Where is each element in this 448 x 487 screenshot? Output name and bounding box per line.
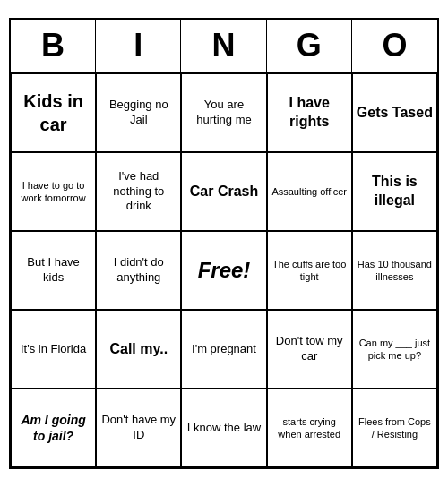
bingo-cell-5: I have to go to work tomorrow — [11, 152, 96, 231]
bingo-cell-18: Don't tow my car — [267, 310, 352, 389]
bingo-cell-10: But I have kids — [11, 231, 96, 310]
bingo-cell-15: It's in Florida — [11, 310, 96, 389]
bingo-cell-13: The cuffs are too tight — [267, 231, 352, 310]
bingo-grid: Kids in carBegging no JailYou are hurtin… — [11, 73, 437, 467]
bingo-cell-8: Assaulting officer — [267, 152, 352, 231]
bingo-cell-9: This is illegal — [352, 152, 437, 231]
bingo-cell-7: Car Crash — [181, 152, 266, 231]
bingo-cell-19: Can my ___ just pick me up? — [352, 310, 437, 389]
bingo-cell-16: Call my.. — [96, 310, 181, 389]
bingo-cell-23: starts crying when arrested — [267, 389, 352, 467]
bingo-cell-14: Has 10 thousand illnesses — [352, 231, 437, 310]
bingo-cell-21: Don't have my ID — [96, 389, 181, 467]
bingo-letter-O: O — [352, 20, 437, 72]
bingo-cell-12: Free! — [181, 231, 266, 310]
bingo-cell-3: I have rights — [267, 73, 352, 152]
bingo-letter-I: I — [96, 20, 181, 72]
bingo-cell-1: Begging no Jail — [96, 73, 181, 152]
bingo-cell-22: I know the law — [181, 389, 266, 467]
bingo-letter-B: B — [11, 20, 96, 72]
bingo-cell-17: I'm pregnant — [181, 310, 266, 389]
bingo-cell-2: You are hurting me — [181, 73, 266, 152]
bingo-card: BINGO Kids in carBegging no JailYou are … — [9, 18, 439, 469]
bingo-cell-0: Kids in car — [11, 73, 96, 152]
bingo-cell-4: Gets Tased — [352, 73, 437, 152]
bingo-letter-G: G — [267, 20, 352, 72]
bingo-cell-6: I've had nothing to drink — [96, 152, 181, 231]
bingo-cell-24: Flees from Cops / Resisting — [352, 389, 437, 467]
bingo-cell-11: I didn't do anything — [96, 231, 181, 310]
bingo-cell-20: Am I going to jail? — [11, 389, 96, 467]
bingo-header: BINGO — [11, 20, 437, 73]
bingo-letter-N: N — [181, 20, 266, 72]
